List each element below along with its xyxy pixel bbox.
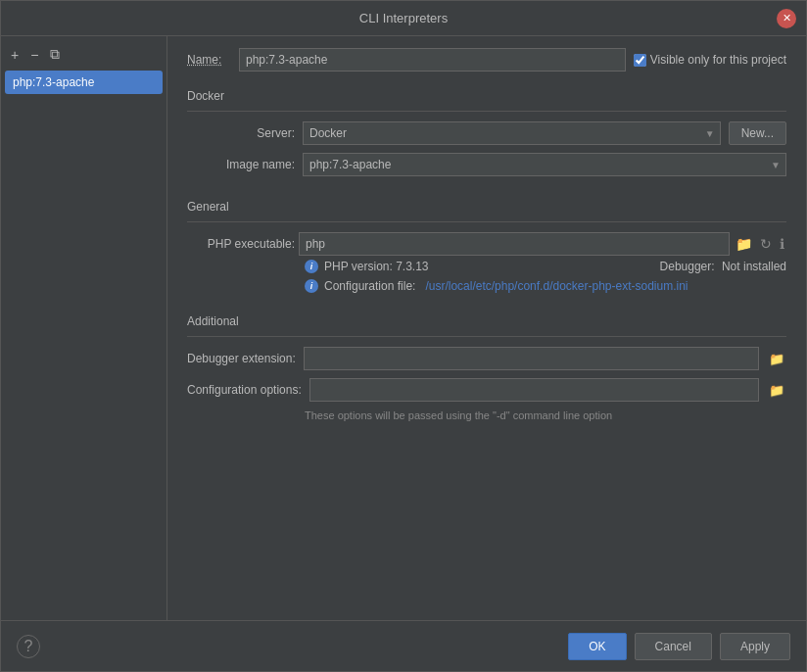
- php-executable-refresh-button[interactable]: ↻: [758, 234, 774, 254]
- debugger-extension-row: Debugger extension: 📁: [187, 347, 786, 370]
- debugger-extension-folder-button[interactable]: 📁: [767, 350, 786, 368]
- content-panel: Name: Visible only for this project Dock…: [167, 36, 806, 620]
- server-label: Server:: [187, 126, 295, 140]
- add-interpreter-button[interactable]: +: [7, 44, 23, 65]
- dialog-body: + − ⧉ php:7.3-apache Name: Visible only …: [1, 36, 806, 620]
- php-executable-input[interactable]: [299, 232, 730, 256]
- sidebar-item-php73apache[interactable]: php:7.3-apache: [5, 71, 163, 94]
- new-server-button[interactable]: New...: [729, 121, 786, 145]
- visible-only-checkbox[interactable]: [634, 54, 646, 67]
- sidebar: + − ⧉ php:7.3-apache: [1, 36, 167, 620]
- cli-interpreters-dialog: CLI Interpreters ✕ + − ⧉ php:7.3-apache …: [0, 0, 807, 672]
- config-options-folder-button[interactable]: 📁: [767, 381, 786, 400]
- debugger-value: Not installed: [722, 260, 786, 273]
- cancel-button[interactable]: Cancel: [635, 633, 712, 660]
- config-file-info-icon: i: [305, 279, 318, 293]
- general-divider: [187, 221, 786, 222]
- additional-section: Additional Debugger extension: 📁 Configu…: [187, 311, 786, 421]
- image-name-select[interactable]: php:7.3-apache: [303, 153, 786, 176]
- php-version-debugger-row: i PHP version: 7.3.13 Debugger: Not inst…: [187, 260, 786, 273]
- php-executable-label: PHP executable:: [187, 237, 295, 251]
- docker-section: Docker Server: Docker ▼ New... Image nam…: [187, 85, 786, 184]
- ok-button[interactable]: OK: [568, 633, 626, 660]
- docker-section-title: Docker: [187, 89, 786, 103]
- name-input[interactable]: [239, 48, 626, 72]
- visible-only-label: Visible only for this project: [650, 53, 786, 67]
- copy-interpreter-button[interactable]: ⧉: [46, 44, 64, 65]
- bottom-bar: ? OK Cancel Apply: [1, 620, 806, 671]
- server-select[interactable]: Docker: [303, 121, 721, 145]
- image-name-row: Image name: php:7.3-apache ▼: [187, 153, 786, 176]
- php-executable-folder-button[interactable]: 📁: [734, 234, 754, 254]
- debugger-status-row: Debugger: Not installed: [660, 260, 786, 273]
- name-row: Name: Visible only for this project: [187, 48, 786, 72]
- close-button[interactable]: ✕: [777, 9, 796, 28]
- remove-interpreter-button[interactable]: −: [26, 44, 42, 65]
- additional-divider: [187, 336, 786, 337]
- php-version-info-icon: i: [305, 260, 318, 273]
- visible-check-row: Visible only for this project: [634, 53, 786, 67]
- config-options-folder-icon: 📁: [769, 383, 784, 398]
- php-version-text: PHP version: 7.3.13: [324, 260, 429, 273]
- general-section: General PHP executable: 📁 ↻ ℹ: [187, 196, 786, 295]
- config-file-row: i Configuration file: /usr/local/etc/php…: [187, 279, 786, 293]
- action-buttons: OK Cancel Apply: [568, 633, 790, 660]
- php-executable-row: PHP executable: 📁 ↻ ℹ: [187, 232, 786, 256]
- image-name-label: Image name:: [187, 158, 295, 171]
- server-row: Server: Docker ▼ New...: [187, 121, 786, 145]
- docker-divider: [187, 111, 786, 112]
- config-options-input[interactable]: [309, 378, 759, 402]
- debugger-extension-input[interactable]: [304, 347, 759, 370]
- info-icon: ℹ: [780, 236, 784, 252]
- refresh-icon: ↻: [760, 236, 772, 252]
- folder-icon: 📁: [736, 236, 752, 252]
- dialog-title: CLI Interpreters: [359, 11, 448, 25]
- config-options-hint: These options will be passed using the "…: [187, 409, 786, 421]
- title-bar: CLI Interpreters ✕: [1, 1, 806, 36]
- name-label: Name:: [187, 53, 231, 67]
- server-select-wrapper: Docker ▼: [303, 121, 721, 145]
- debugger-folder-icon: 📁: [769, 352, 784, 366]
- additional-section-title: Additional: [187, 314, 786, 328]
- apply-button[interactable]: Apply: [720, 633, 790, 660]
- debugger-label: Debugger:: [660, 260, 715, 273]
- general-section-title: General: [187, 200, 786, 214]
- php-executable-info-button[interactable]: ℹ: [778, 234, 786, 254]
- config-options-label: Configuration options:: [187, 383, 302, 397]
- configuration-options-row: Configuration options: 📁: [187, 378, 786, 402]
- config-file-label: Configuration file:: [324, 279, 415, 293]
- sidebar-toolbar: + − ⧉: [5, 40, 163, 71]
- debugger-extension-label: Debugger extension:: [187, 352, 296, 365]
- image-name-select-wrapper: php:7.3-apache ▼: [303, 153, 786, 176]
- sidebar-item-label: php:7.3-apache: [13, 75, 94, 89]
- config-file-link[interactable]: /usr/local/etc/php/conf.d/docker-php-ext…: [425, 279, 688, 293]
- help-button[interactable]: ?: [17, 635, 40, 658]
